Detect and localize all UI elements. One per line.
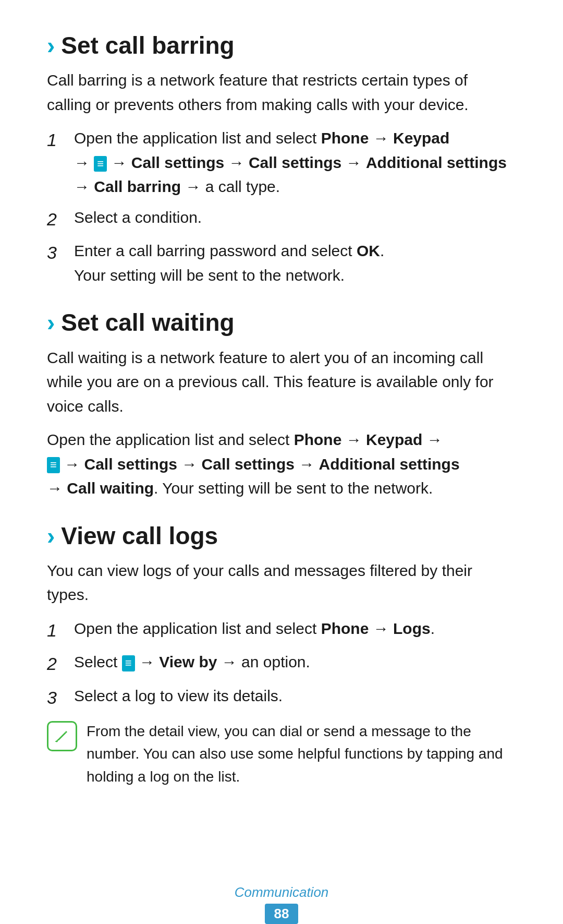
chevron-icon-barring: › [47,31,55,60]
step-logs-num-3: 3 [47,684,74,712]
title-text-logs: View call logs [61,522,218,550]
step-num-3: 3 [47,239,74,267]
step-barring-3: 3 Enter a call barring password and sele… [47,239,516,287]
menu-icon-barring: ≡ [94,156,107,172]
section-title-call-barring: › Set call barring [47,31,516,60]
inline-waiting: Open the application list and select Pho… [47,428,516,501]
step-logs-1: 1 Open the application list and select P… [47,617,516,644]
footer-label: Communication [47,884,516,901]
chevron-icon-logs: › [47,522,55,550]
footer-page: 88 [265,904,299,924]
note-box-logs: From the detail view, you can dial or se… [47,720,516,788]
section-call-waiting: › Set call waiting Call waiting is a net… [47,308,516,500]
step-text-logs-3: Select a log to view its details. [74,684,516,709]
steps-logs: 1 Open the application list and select P… [47,617,516,712]
step-text-barring-1: Open the application list and select Pho… [74,126,516,199]
step-barring-1: 1 Open the application list and select P… [47,126,516,199]
step-text-logs-2: Select ≡ → View by → an option. [74,650,516,675]
step-barring-2: 2 Select a condition. [47,206,516,233]
desc-barring: Call barring is a network feature that r… [47,68,516,117]
chevron-icon-waiting: › [47,308,55,337]
pencil-icon [53,727,71,746]
section-view-call-logs: › View call logs You can view logs of yo… [47,522,516,788]
step-text-logs-1: Open the application list and select Pho… [74,617,516,641]
note-icon [47,721,77,751]
title-text-barring: Set call barring [61,31,234,60]
desc-logs: You can view logs of your calls and mess… [47,559,516,607]
note-text: From the detail view, you can dial or se… [87,720,516,788]
footer: Communication 88 [47,884,516,924]
step-text-barring-3: Enter a call barring password and select… [74,239,516,287]
section-call-barring: › Set call barring Call barring is a net… [47,31,516,287]
section-title-call-waiting: › Set call waiting [47,308,516,337]
menu-icon-waiting: ≡ [47,457,60,473]
step-num-1: 1 [47,126,74,154]
section-title-call-logs: › View call logs [47,522,516,550]
title-text-waiting: Set call waiting [61,308,234,337]
menu-icon-logs: ≡ [122,655,135,671]
step-num-2: 2 [47,206,74,233]
steps-barring: 1 Open the application list and select P… [47,126,516,287]
desc-waiting: Call waiting is a network feature to ale… [47,346,516,419]
step-text-barring-2: Select a condition. [74,206,516,230]
step-logs-2: 2 Select ≡ → View by → an option. [47,650,516,678]
step-logs-num-1: 1 [47,617,74,644]
step-logs-3: 3 Select a log to view its details. [47,684,516,712]
step-logs-num-2: 2 [47,650,74,678]
page-wrapper: › Set call barring Call barring is a net… [47,31,516,924]
svg-rect-0 [55,741,58,742]
